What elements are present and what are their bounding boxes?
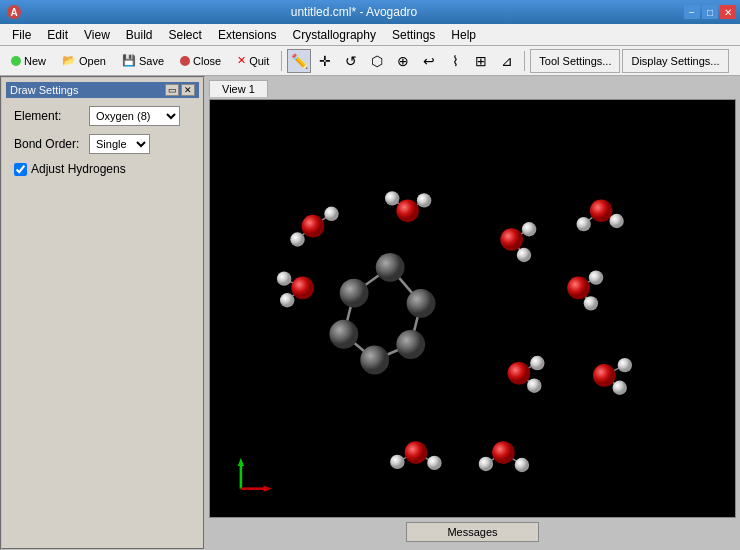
bond-order-select[interactable]: Single Double Triple [89, 134, 150, 154]
save-icon: 💾 [122, 54, 136, 67]
svg-point-45 [584, 296, 598, 310]
menu-extensions[interactable]: Extensions [210, 26, 285, 44]
bond-order-label: Bond Order: [14, 137, 89, 151]
svg-point-33 [340, 279, 369, 308]
svg-point-39 [417, 193, 431, 207]
svg-point-30 [396, 330, 425, 359]
tool-settings-button[interactable]: Tool Settings... [530, 49, 620, 73]
menu-bar: File Edit View Build Select Extensions C… [0, 24, 740, 46]
svg-point-50 [618, 358, 632, 372]
svg-point-31 [360, 346, 389, 375]
separator-2 [524, 51, 525, 71]
svg-point-58 [492, 441, 515, 464]
open-button[interactable]: 📂 Open [55, 49, 113, 73]
close-window-button[interactable]: ✕ [720, 5, 736, 19]
svg-point-54 [427, 456, 441, 470]
bond-tool[interactable]: ⌇ [443, 49, 467, 73]
separator-1 [281, 51, 282, 71]
panel-close-button[interactable]: ✕ [181, 84, 195, 96]
menu-crystallography[interactable]: Crystallography [285, 26, 384, 44]
view-tabs: View 1 [209, 80, 736, 97]
element-row: Element: Oxygen (8) Hydrogen (1) Carbon … [6, 106, 199, 126]
menu-edit[interactable]: Edit [39, 26, 76, 44]
svg-point-63 [609, 214, 623, 228]
panel-title-bar: Draw Settings ▭ ✕ [6, 82, 199, 98]
view-tab-1[interactable]: View 1 [209, 80, 268, 97]
svg-point-37 [396, 199, 419, 222]
svg-point-60 [515, 458, 529, 472]
open-label: Open [79, 55, 106, 67]
svg-point-62 [576, 217, 590, 231]
panel-restore-button[interactable]: ▭ [165, 84, 179, 96]
svg-point-46 [508, 362, 531, 385]
adjust-hydrogens-label: Adjust Hydrogens [31, 162, 126, 176]
svg-point-38 [385, 191, 399, 205]
menu-view[interactable]: View [76, 26, 118, 44]
menu-select[interactable]: Select [161, 26, 210, 44]
element-select[interactable]: Oxygen (8) Hydrogen (1) Carbon (6) Nitro… [89, 106, 180, 126]
menu-settings[interactable]: Settings [384, 26, 443, 44]
svg-point-28 [376, 253, 405, 282]
quit-label: Quit [249, 55, 269, 67]
quit-icon: ✕ [237, 54, 246, 67]
svg-point-41 [522, 222, 536, 236]
molecule-canvas [210, 100, 735, 517]
maximize-button[interactable]: □ [702, 5, 718, 19]
svg-point-53 [390, 455, 404, 469]
new-icon [11, 56, 21, 66]
draw-settings-panel: Draw Settings ▭ ✕ Element: Oxygen (8) Hy… [0, 76, 205, 550]
svg-point-59 [479, 457, 493, 471]
svg-marker-67 [264, 486, 272, 492]
svg-point-47 [530, 356, 544, 370]
svg-point-40 [500, 228, 523, 251]
measure-tool[interactable]: ⊞ [469, 49, 493, 73]
minimize-button[interactable]: − [684, 5, 700, 19]
adjust-hydrogens-row: Adjust Hydrogens [6, 162, 199, 176]
quit-button[interactable]: ✕ Quit [230, 49, 276, 73]
transform-tool[interactable]: ⊕ [391, 49, 415, 73]
rotate-tool[interactable]: ↺ [339, 49, 363, 73]
svg-point-35 [290, 232, 304, 246]
save-label: Save [139, 55, 164, 67]
svg-point-32 [329, 320, 358, 349]
app-icon: A [4, 2, 24, 22]
save-button[interactable]: 💾 Save [115, 49, 171, 73]
menu-file[interactable]: File [4, 26, 39, 44]
svg-point-56 [277, 271, 291, 285]
close-icon [180, 56, 190, 66]
svg-point-43 [567, 277, 590, 300]
navigate-tool[interactable]: ✛ [313, 49, 337, 73]
display-settings-button[interactable]: Display Settings... [622, 49, 728, 73]
svg-point-44 [589, 270, 603, 284]
view-area: View 1 [205, 76, 740, 550]
undo-tool[interactable]: ↩ [417, 49, 441, 73]
draw-tool[interactable]: ✏️ [287, 49, 311, 73]
molecule-viewport[interactable] [209, 99, 736, 518]
svg-point-55 [291, 277, 314, 300]
new-label: New [24, 55, 46, 67]
element-label: Element: [14, 109, 89, 123]
panel-title: Draw Settings [10, 84, 78, 96]
svg-text:A: A [10, 7, 17, 18]
select-tool[interactable]: ⬡ [365, 49, 389, 73]
adjust-hydrogens-checkbox[interactable] [14, 163, 27, 176]
window-title: untitled.cml* - Avogadro [24, 5, 684, 19]
open-icon: 📂 [62, 54, 76, 67]
main-content: Draw Settings ▭ ✕ Element: Oxygen (8) Hy… [0, 76, 740, 550]
menu-build[interactable]: Build [118, 26, 161, 44]
new-button[interactable]: New [4, 49, 53, 73]
svg-point-29 [407, 289, 436, 318]
bond-order-row: Bond Order: Single Double Triple [6, 134, 199, 154]
menu-help[interactable]: Help [443, 26, 484, 44]
svg-point-57 [280, 293, 294, 307]
close-label: Close [193, 55, 221, 67]
svg-marker-65 [238, 458, 244, 466]
extra-tool[interactable]: ⊿ [495, 49, 519, 73]
close-button[interactable]: Close [173, 49, 228, 73]
toolbar: New 📂 Open 💾 Save Close ✕ Quit ✏️ ✛ ↺ ⬡ … [0, 46, 740, 76]
messages-button[interactable]: Messages [406, 522, 538, 542]
svg-point-42 [517, 248, 531, 262]
window-controls: − □ ✕ [684, 5, 736, 19]
svg-point-36 [324, 207, 338, 221]
svg-point-61 [590, 199, 613, 222]
